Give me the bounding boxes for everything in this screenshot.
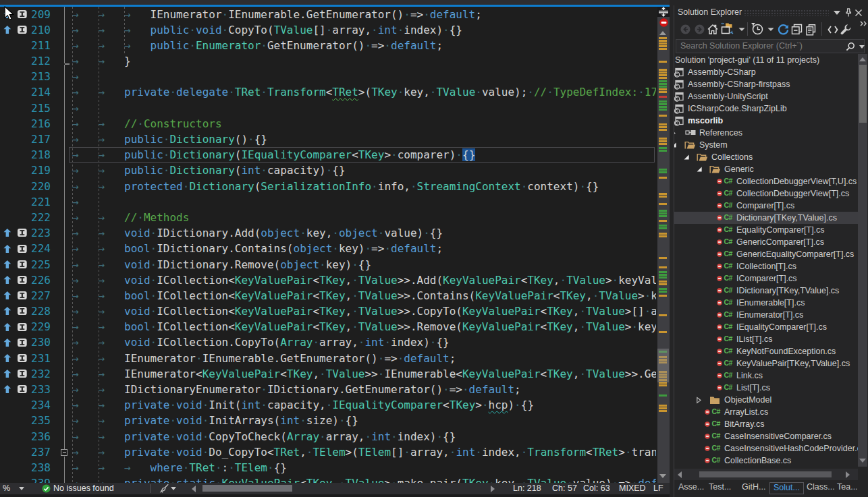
- code-line-216[interactable]: →→//·Constructors: [72, 116, 656, 131]
- tree-item-assembly-csharp[interactable]: Assembly-CSharp: [674, 66, 858, 78]
- code-line-230[interactable]: →→void·ICollection.CopyTo(Array·array,·i…: [72, 334, 656, 350]
- tree-item-mscorlib[interactable]: mscorlib: [674, 115, 858, 127]
- code-line-218[interactable]: →→public·Dictionary(IEqualityComparer<TK…: [72, 147, 656, 163]
- tree-item-collectionbase-cs[interactable]: C#CollectionBase.cs: [674, 455, 858, 467]
- search-box[interactable]: Search Solution Explorer (Ctrl+¨): [676, 39, 865, 53]
- outlining-margin[interactable]: [0, 7, 70, 484]
- code-line-234[interactable]: →→private·void·Init(int·capacity,·IEqual…: [72, 397, 656, 413]
- status-char[interactable]: Ch: 57: [552, 484, 577, 493]
- editor-hscroll-thumb[interactable]: [202, 485, 292, 492]
- tree-item-collectiondebuggerview-t-cs[interactable]: C#CollectionDebuggerView[T].cs: [674, 187, 858, 200]
- broom-icon[interactable]: [159, 484, 169, 494]
- toolbar-button-view-code[interactable]: [828, 26, 838, 34]
- status-indent-mode[interactable]: MIXED: [619, 484, 646, 493]
- tree-item-icomparer-t-cs[interactable]: C#IComparer[T].cs: [674, 272, 858, 285]
- tree-item-solution-project-gui-11-of-11-projects-[interactable]: Solution 'project-gui' (11 of 11 project…: [674, 54, 858, 66]
- code-lines[interactable]: →→→IEnumerator·IEnumerable.GetEnumerator…: [70, 7, 656, 484]
- zoom-control[interactable]: %: [3, 484, 10, 493]
- code-line-209[interactable]: →→→IEnumerator·IEnumerable.GetEnumerator…: [72, 7, 656, 22]
- tree-item-collectiondebuggerview-t-u-cs[interactable]: C#CollectionDebuggerView[T,U].cs: [674, 175, 858, 187]
- scroll-up-arrow[interactable]: [659, 31, 666, 35]
- broom-dropdown-icon[interactable]: [171, 487, 176, 490]
- code-line-232[interactable]: →→IEnumerator<KeyValuePair<TKey,·TValue>…: [72, 366, 656, 382]
- close-icon[interactable]: [855, 9, 863, 17]
- tree-vertical-scrollbar[interactable]: [858, 54, 867, 467]
- toolbar-button-collapse-all[interactable]: [791, 24, 803, 35]
- toolbar-button-refresh[interactable]: [778, 24, 789, 35]
- editor-scrollbar-thumb[interactable]: [657, 349, 669, 382]
- code-line-220[interactable]: →→protected·Dictionary(SerializationInfo…: [72, 179, 656, 194]
- tree-scroll-up-arrow[interactable]: [859, 57, 866, 61]
- code-line-222[interactable]: →→//·Methods: [72, 210, 656, 225]
- tree-item-ilist-t-cs[interactable]: C#IList[T].cs: [674, 333, 858, 345]
- solution-tree[interactable]: Solution 'project-gui' (11 of 11 project…: [674, 54, 858, 469]
- editor-vertical-scrollbar[interactable]: [657, 7, 670, 484]
- collapse-region-button[interactable]: [61, 449, 67, 456]
- tree-item-assembly-unityscript[interactable]: Assembly-UnityScript: [674, 90, 858, 103]
- toolbar-button-pending-changes-filter[interactable]: [751, 22, 763, 35]
- tool-tab-tea[interactable]: Tea...: [837, 482, 858, 494]
- tree-scroll-left-arrow[interactable]: [678, 471, 682, 478]
- code-line-213[interactable]: →: [72, 69, 656, 84]
- tree-item-genericcomparer-t-cs[interactable]: C#GenericComparer[T].cs: [674, 236, 858, 248]
- toolbar-button-home[interactable]: [707, 24, 718, 34]
- tool-tab-test[interactable]: Test...: [709, 482, 731, 494]
- code-text-area[interactable]: →→→IEnumerator·IEnumerable.GetEnumerator…: [70, 7, 656, 484]
- tree-item-caseinsensitivecomparer-cs[interactable]: C#CaseInsensitiveComparer.cs: [674, 430, 858, 442]
- code-line-214[interactable]: →→private·delegate·TRet·Transform<TRet>(…: [72, 84, 656, 100]
- tree-scroll-right-arrow[interactable]: [846, 471, 850, 478]
- tree-item-comparer-t-cs[interactable]: C#Comparer[T].cs: [674, 200, 858, 212]
- pin-icon[interactable]: [844, 8, 852, 18]
- code-line-225[interactable]: →→void·IDictionary.Remove(object·key)·{}: [72, 257, 656, 272]
- tree-item-ienumerable-t-cs[interactable]: C#IEnumerable[T].cs: [674, 297, 858, 309]
- code-line-217[interactable]: →→public·Dictionary()·{}: [72, 131, 656, 147]
- hscroll-right-arrow[interactable]: [491, 486, 495, 492]
- code-line-236[interactable]: →→private·void·CopyToCheck(Array·array,·…: [72, 429, 656, 444]
- code-line-233[interactable]: →→IDictionaryEnumerator·IDictionary.GetE…: [72, 382, 656, 397]
- search-dropdown-icon[interactable]: [859, 45, 865, 49]
- code-editor[interactable]: 2092102112122132142152162172182192202212…: [0, 7, 657, 484]
- scroll-down-arrow[interactable]: [659, 474, 666, 478]
- toolbar-button-show-all-files[interactable]: [805, 24, 817, 36]
- code-line-210[interactable]: →→→public·void·CopyTo(TValue[]·array,·in…: [72, 22, 656, 38]
- tree-hscroll-thumb[interactable]: [699, 471, 832, 477]
- status-eol[interactable]: LF: [653, 484, 663, 493]
- code-line-224[interactable]: →→bool·IDictionary.Contains(object·key)·…: [72, 241, 656, 256]
- code-line-228[interactable]: →→void·ICollection<KeyValuePair<TKey,·TV…: [72, 303, 656, 319]
- toolbar-button-views-dropdown[interactable]: [738, 28, 745, 32]
- tool-tab-asse[interactable]: Asse...: [678, 482, 704, 494]
- tree-item-assembly-csharp-firstpass[interactable]: Assembly-CSharp-firstpass: [674, 78, 858, 90]
- code-line-211[interactable]: →→→public·Enumerator·GetEnumerator()·=>·…: [72, 38, 656, 53]
- code-line-226[interactable]: →→void·ICollection<KeyValuePair<TKey,·TV…: [72, 272, 656, 288]
- tree-item-system[interactable]: System: [674, 139, 858, 151]
- code-line-238[interactable]: →→→where·TRet·:·TElem·{}: [72, 460, 656, 475]
- toolbar-button-filter-dropdown[interactable]: [767, 28, 774, 32]
- tree-item-references[interactable]: References: [674, 127, 858, 139]
- code-line-239[interactable]: →→private·static·KeyValuePair<TKey,·TVal…: [72, 475, 656, 483]
- tree-item-idictionary-tkey-tvalue-cs[interactable]: C#IDictionary[TKey,TValue].cs: [674, 285, 858, 297]
- tree-item-keynotfoundexception-cs[interactable]: C#KeyNotFoundException.cs: [674, 345, 858, 357]
- tool-tab-class[interactable]: Class...: [807, 482, 835, 494]
- tree-item-link-cs[interactable]: C#Link.cs: [674, 370, 858, 382]
- tool-tab-gith[interactable]: GitH...: [742, 482, 765, 494]
- issues-status[interactable]: No issues found: [53, 484, 114, 493]
- tree-item-icsharpcode-sharpziplib[interactable]: ICSharpCode.SharpZipLib: [674, 103, 858, 115]
- tree-item-generic[interactable]: Generic: [674, 163, 858, 175]
- code-line-227[interactable]: →→bool·ICollection<KeyValuePair<TKey,·TV…: [72, 288, 656, 303]
- tree-item-keyvaluepair-tkey-tvalue-cs[interactable]: C#KeyValuePair[TKey,TValue].cs: [674, 357, 858, 370]
- toolbar-button-back[interactable]: [680, 24, 690, 34]
- status-line[interactable]: Ln: 218: [513, 484, 541, 493]
- editor-splitter-handle[interactable]: [657, 7, 670, 18]
- tree-item-genericequalitycomparer-t-cs[interactable]: C#GenericEqualityComparer[T].cs: [674, 248, 858, 260]
- code-line-215[interactable]: →: [72, 100, 656, 116]
- code-line-235[interactable]: →→private·void·InitArrays(int·size)·{}: [72, 413, 656, 428]
- tree-item-iequalitycomparer-t-cs[interactable]: C#IEqualityComparer[T].cs: [674, 321, 858, 333]
- window-position-icon[interactable]: [834, 11, 840, 15]
- tree-item-caseinsensitivehashcodeprovider-cs[interactable]: C#CaseInsensitiveHashCodeProvider.cs: [674, 442, 858, 455]
- tree-item-dictionary-tkey-tvalue-cs[interactable]: C#Dictionary[TKey,TValue].cs: [674, 212, 858, 224]
- toolbar-button-properties[interactable]: [840, 24, 852, 35]
- code-line-221[interactable]: →: [72, 194, 656, 210]
- toolbar-button-forward[interactable]: [695, 24, 705, 34]
- tree-vscroll-thumb[interactable]: [859, 65, 867, 123]
- tree-scroll-down-arrow[interactable]: [859, 459, 866, 463]
